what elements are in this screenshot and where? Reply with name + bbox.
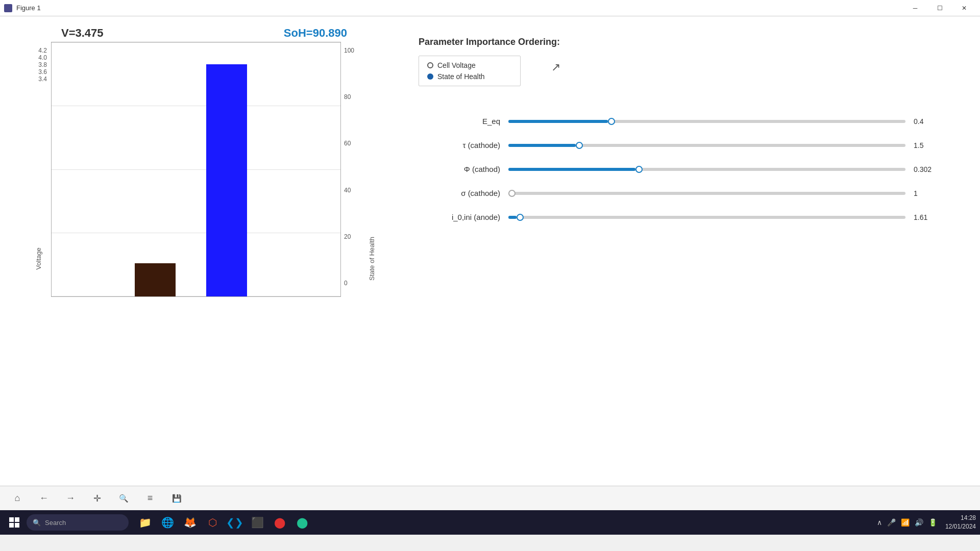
tick-0: 0 xyxy=(344,280,348,287)
y-axis-left-container: 4.2 4.0 3.8 3.6 3.4 Voltage xyxy=(20,42,51,475)
configure-button[interactable]: ≡ xyxy=(141,489,159,508)
tick-40: 40 xyxy=(344,187,351,194)
y-axis-right-ticks: 100 80 60 40 20 0 xyxy=(340,42,366,297)
zoom-button[interactable]: 🔍 xyxy=(114,489,133,508)
taskbar-time: 14:28 12/01/2024 xyxy=(945,514,976,531)
minimize-button[interactable]: ─ xyxy=(903,0,927,16)
slider-track-2[interactable] xyxy=(508,168,905,171)
window-title: Figure 1 xyxy=(16,4,41,12)
taskbar-apps: 📁 🌐 🦊 ⬡ ❮❯ ⬛ ⬤ ⬤ xyxy=(135,512,312,533)
y-axis-right-label: State of Health xyxy=(366,42,378,475)
search-icon: 🔍 xyxy=(33,519,41,527)
vscode-icon: ❮❯ xyxy=(226,516,243,529)
slider-value-2: 0.302 xyxy=(914,165,939,173)
y-axis-right-container: 100 80 60 40 20 0 State of Health xyxy=(340,42,378,475)
taskbar-app-git[interactable]: ⬡ xyxy=(202,512,223,533)
taskbar-app-terminal[interactable]: ⬛ xyxy=(247,512,267,533)
time-display: 14:28 xyxy=(945,514,976,522)
voltage-label: V=3.475 xyxy=(61,27,104,40)
taskbar-app-teal[interactable]: ⬤ xyxy=(292,512,312,533)
slider-row-3: σ (cathode) 1 xyxy=(419,189,939,197)
param-title: Parameter Importance Ordering: xyxy=(419,37,939,47)
right-panel: Parameter Importance Ordering: Cell Volt… xyxy=(378,27,960,475)
tick-20: 20 xyxy=(344,233,351,240)
legend-item-cv: Cell Voltage xyxy=(427,61,512,69)
y-axis-left-label: Voltage xyxy=(35,247,42,269)
tick-4.2: 4.2 xyxy=(38,47,47,54)
taskbar-app-firefox[interactable]: 🦊 xyxy=(180,512,200,533)
taskbar-app-vscode[interactable]: ❮❯ xyxy=(225,512,245,533)
slider-value-3: 1 xyxy=(914,189,939,197)
forward-button[interactable]: → xyxy=(61,489,80,508)
title-bar-left: Figure 1 xyxy=(4,4,41,12)
slider-fill-4 xyxy=(508,216,517,219)
app-icon xyxy=(4,4,12,12)
slider-value-1: 1.5 xyxy=(914,141,939,149)
slider-thumb-0[interactable] xyxy=(608,118,615,125)
battery-icon: 🔋 xyxy=(928,518,937,527)
taskbar-app-red[interactable]: ⬤ xyxy=(270,512,290,533)
volume-icon: 🔊 xyxy=(915,518,923,527)
slider-track-4[interactable] xyxy=(508,216,905,219)
chevron-up-icon[interactable]: ∧ xyxy=(877,518,882,527)
close-button[interactable]: ✕ xyxy=(952,0,976,16)
terminal-icon: ⬛ xyxy=(251,516,264,529)
tick-4.0: 4.0 xyxy=(38,54,47,61)
back-button[interactable]: ← xyxy=(35,489,53,508)
slider-label-1: τ (cathode) xyxy=(419,141,500,149)
legend-dot-soh xyxy=(427,73,433,80)
slider-row-4: i_0,ini (anode) 1.61 xyxy=(419,213,939,221)
chart-plot xyxy=(51,42,340,297)
slider-fill-1 xyxy=(508,144,576,147)
home-button[interactable]: ⌂ xyxy=(8,489,27,508)
chrome-icon: 🌐 xyxy=(161,516,174,529)
legend-label-cv: Cell Voltage xyxy=(437,61,476,69)
maximize-button[interactable]: ☐ xyxy=(928,0,951,16)
slider-value-4: 1.61 xyxy=(914,213,939,221)
taskbar-search[interactable]: 🔍 Search xyxy=(27,514,129,531)
system-icons: ∧ 🎤 📶 🔊 🔋 xyxy=(877,518,937,527)
slider-label-3: σ (cathode) xyxy=(419,189,500,197)
legend-item-soh: State of Health xyxy=(427,72,512,81)
move-button[interactable]: ✛ xyxy=(88,489,106,508)
legend-dot-cv xyxy=(427,62,433,68)
bar-dark xyxy=(135,263,176,296)
windows-taskbar: 🔍 Search 📁 🌐 🦊 ⬡ ❮❯ ⬛ ⬤ ⬤ ∧ 🎤 xyxy=(0,510,980,535)
slider-label-0: E_eq xyxy=(419,117,500,126)
title-bar: Figure 1 ─ ☐ ✕ xyxy=(0,0,980,16)
slider-track-0[interactable] xyxy=(508,120,905,123)
legend-box: Cell Voltage State of Health xyxy=(419,56,521,86)
chart-area: V=3.475 SoH=90.890 4.2 4.0 3.8 3.6 3.4 V… xyxy=(20,27,378,475)
slider-thumb-4[interactable] xyxy=(517,214,524,221)
wifi-icon: 📶 xyxy=(901,518,910,527)
slider-value-0: 0.4 xyxy=(914,117,939,126)
tick-80: 80 xyxy=(344,93,351,101)
taskbar-right: ∧ 🎤 📶 🔊 🔋 14:28 12/01/2024 xyxy=(877,514,976,531)
mic-icon: 🎤 xyxy=(887,518,896,527)
start-button[interactable] xyxy=(4,512,24,533)
slider-track-1[interactable] xyxy=(508,144,905,147)
chart-inner: 4.2 4.0 3.8 3.6 3.4 Voltage xyxy=(20,42,378,475)
main-content: V=3.475 SoH=90.890 4.2 4.0 3.8 3.6 3.4 V… xyxy=(0,16,980,486)
slider-label-2: Φ (cathod) xyxy=(419,165,500,173)
tick-3.6: 3.6 xyxy=(38,68,47,76)
soh-label: SoH=90.890 xyxy=(284,27,347,40)
tick-3.8: 3.8 xyxy=(38,61,47,68)
bars-container xyxy=(52,42,340,296)
slider-track-3[interactable] xyxy=(508,192,905,195)
save-button[interactable]: 💾 xyxy=(167,489,186,508)
cursor-icon: ↗ xyxy=(551,61,560,74)
slider-thumb-3[interactable] xyxy=(508,190,516,197)
search-placeholder: Search xyxy=(45,519,66,527)
git-icon: ⬡ xyxy=(208,516,217,529)
tick-60: 60 xyxy=(344,140,351,147)
slider-row-1: τ (cathode) 1.5 xyxy=(419,141,939,149)
slider-thumb-2[interactable] xyxy=(635,166,643,173)
slider-thumb-1[interactable] xyxy=(576,142,583,149)
taskbar-app-chrome[interactable]: 🌐 xyxy=(157,512,178,533)
slider-row-2: Φ (cathod) 0.302 xyxy=(419,165,939,173)
legend-label-soh: State of Health xyxy=(437,72,485,81)
slider-fill-0 xyxy=(508,120,608,123)
taskbar-app-explorer[interactable]: 📁 xyxy=(135,512,155,533)
firefox-icon: 🦊 xyxy=(184,516,197,529)
